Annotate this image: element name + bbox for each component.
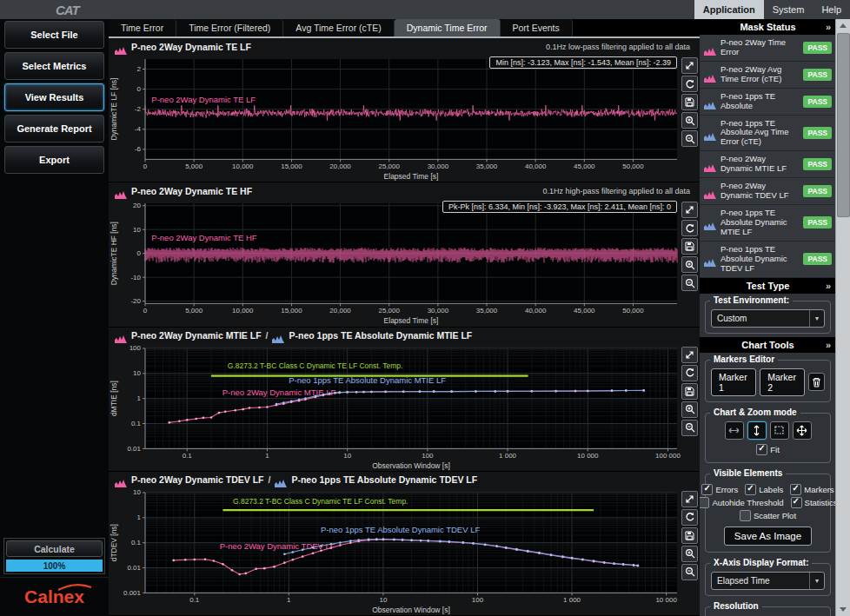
marker-2-button[interactable]: Marker 2 (760, 368, 805, 396)
select-file-button[interactable]: Select File (4, 21, 104, 49)
scatter-plot-checkbox[interactable]: Scatter Plot (740, 510, 796, 521)
save-icon[interactable] (681, 94, 698, 110)
stats-readout: Pk-Pk [ns]: 6.334, Min [ns]: -3.923, Max… (442, 201, 677, 213)
svg-text:35,000: 35,000 (476, 162, 498, 170)
marker-1-button[interactable]: Marker 1 (711, 368, 756, 396)
zoom-out-icon[interactable] (681, 420, 698, 436)
mask-status-item[interactable]: P-neo 1pps TE Absolute Dynamic TDEV LFPA… (700, 242, 836, 278)
chart-panel-mtie: P-neo 2Way Dynamic MTIE LF P-neo 1pps TE… (109, 328, 700, 472)
expand-icon[interactable] (681, 491, 698, 507)
zoom-out-icon[interactable] (681, 564, 698, 580)
test-type-header[interactable]: Test Type (700, 278, 836, 294)
v-zoom-icon[interactable] (747, 421, 767, 440)
checkbox-icon (700, 497, 709, 508)
series-icon-blue (704, 129, 716, 137)
mask-status-item[interactable]: P-neo 2Way Time ErrorPASS (700, 35, 836, 62)
box-zoom-icon[interactable] (770, 421, 789, 440)
status-badge: PASS (803, 69, 832, 81)
chart-tools-header[interactable]: Chart Tools (700, 337, 836, 353)
view-results-button[interactable]: View Results (4, 83, 104, 111)
svg-text:0.1: 0.1 (131, 539, 142, 546)
mask-status-item[interactable]: P-neo 2Way Dynamic MTIE LFPASS (700, 151, 836, 178)
refresh-icon[interactable] (681, 76, 698, 92)
scrollbar-thumb[interactable] (837, 33, 850, 217)
menu-application[interactable]: Application (694, 0, 764, 19)
chart-title: P-neo 2Way Dynamic TE LF (131, 42, 251, 52)
chart-header: P-neo 2Way Dynamic MTIE LF P-neo 1pps TE… (109, 328, 700, 344)
zoom-in-icon[interactable] (681, 546, 698, 562)
svg-text:P-neo 2Way Dynamic TE HF: P-neo 2Way Dynamic TE HF (151, 234, 257, 243)
mtie-plot[interactable]: G.8273.2 T-BC Class C Dynamic TE LF Cons… (109, 344, 700, 471)
errors-checkbox[interactable]: Errors (701, 484, 738, 495)
tab-port-events[interactable]: Port Events (501, 19, 573, 36)
zoom-in-icon[interactable] (681, 112, 698, 129)
labels-checkbox[interactable]: Labels (745, 484, 783, 495)
chart-panel-te-lf: P-neo 2Way Dynamic TE LF 0.1Hz low-pass … (109, 38, 700, 182)
zoom-in-icon[interactable] (681, 256, 698, 273)
window-scrollbar[interactable] (835, 19, 850, 616)
export-button[interactable]: Export (4, 146, 104, 174)
expand-icon[interactable] (681, 202, 698, 218)
svg-text:20,000: 20,000 (329, 162, 351, 170)
chart-body: G.8273.2 T-BC Class C Dynamic TE LF Cons… (109, 488, 700, 615)
refresh-icon[interactable] (681, 509, 698, 526)
tab-time-error[interactable]: Time Error (109, 19, 176, 36)
mask-item-name: P-neo 2Way Dynamic TDEV LF (721, 182, 799, 201)
generate-report-button[interactable]: Generate Report (4, 115, 104, 142)
progress-bar: 100% (6, 560, 103, 572)
zoom-in-icon[interactable] (681, 401, 698, 418)
svg-text:100: 100 (129, 344, 142, 352)
mask-status-header[interactable]: Mask Status (700, 19, 836, 35)
tdev-plot[interactable]: G.8273.2 T-BC Class C Dynamic TE LF Cons… (109, 488, 700, 615)
te-hf-plot[interactable]: P-neo 2Way Dynamic TE HF05,00010,00015,0… (109, 199, 700, 326)
expand-icon[interactable] (681, 347, 698, 363)
calculate-button[interactable]: Calculate (6, 540, 103, 557)
pan-icon[interactable] (793, 421, 812, 440)
h-zoom-icon[interactable] (725, 421, 744, 440)
fit-checkbox[interactable]: Fit (756, 444, 780, 455)
mask-status-item[interactable]: P-neo 2Way Dynamic TDEV LFPASS (700, 178, 836, 205)
tab-avg-time-error-cte[interactable]: Avg Time Error (cTE) (283, 19, 394, 36)
scroll-up-icon[interactable] (836, 19, 850, 32)
x-axis-format-select[interactable]: Elapsed Time ▾ (711, 572, 825, 590)
checkbox-icon (790, 484, 801, 495)
menu-help[interactable]: Help (813, 0, 850, 19)
expand-icon[interactable] (681, 57, 698, 74)
series-icon-pink (115, 43, 127, 51)
svg-text:-6: -6 (135, 145, 142, 153)
svg-text:30,000: 30,000 (428, 308, 449, 315)
save-icon[interactable] (681, 527, 698, 544)
zoom-out-icon[interactable] (681, 130, 698, 147)
refresh-icon[interactable] (681, 365, 698, 381)
tab-time-error-filtered[interactable]: Time Error (Filtered) (176, 19, 283, 36)
results-tabbar: Time Error Time Error (Filtered) Avg Tim… (109, 19, 700, 38)
refresh-icon[interactable] (681, 220, 698, 236)
markers-checkbox[interactable]: Markers (790, 484, 833, 495)
save-as-image-button[interactable]: Save As Image (724, 527, 812, 546)
scroll-down-icon[interactable] (836, 603, 850, 616)
statistics-checkbox[interactable]: Statistics (791, 497, 836, 508)
te-lf-plot[interactable]: P-neo 2Way Dynamic TE LF05,00010,00015,0… (109, 55, 700, 182)
svg-text:Elapsed Time [s]: Elapsed Time [s] (384, 317, 439, 326)
select-metrics-button[interactable]: Select Metrics (4, 52, 104, 80)
checkbox-icon (740, 510, 751, 521)
mask-status-item[interactable]: P-neo 1pps TE Absolute Dynamic MTIE LFPA… (700, 205, 836, 242)
svg-text:0: 0 (137, 85, 142, 93)
zoom-out-icon[interactable] (681, 275, 698, 291)
trash-icon[interactable] (808, 373, 825, 391)
tab-dynamic-time-error[interactable]: Dynamic Time Error (395, 19, 501, 36)
autohide-threshold-checkbox[interactable]: Autohide Threshold (700, 497, 784, 508)
save-icon[interactable] (681, 383, 698, 400)
mask-status-item[interactable]: P-neo 1pps TE AbsolutePASS (700, 89, 836, 116)
cat-logo: CAT (56, 3, 79, 17)
mask-status-item[interactable]: P-neo 1pps TE Absolute Avg Time Error (c… (700, 116, 836, 152)
save-icon[interactable] (681, 238, 698, 255)
chart-header: P-neo 2Way Dynamic TDEV LF P-neo 1pps TE… (109, 472, 700, 488)
svg-text:30,000: 30,000 (428, 162, 449, 170)
mask-status-item[interactable]: P-neo 2Way Avg Time Error (cTE)PASS (700, 62, 836, 89)
svg-text:10: 10 (343, 452, 351, 460)
topbar-menus: Application System Help (694, 0, 850, 19)
svg-text:1: 1 (287, 596, 291, 604)
menu-system[interactable]: System (764, 0, 813, 19)
test-environment-select[interactable]: Custom ▾ (711, 309, 825, 328)
